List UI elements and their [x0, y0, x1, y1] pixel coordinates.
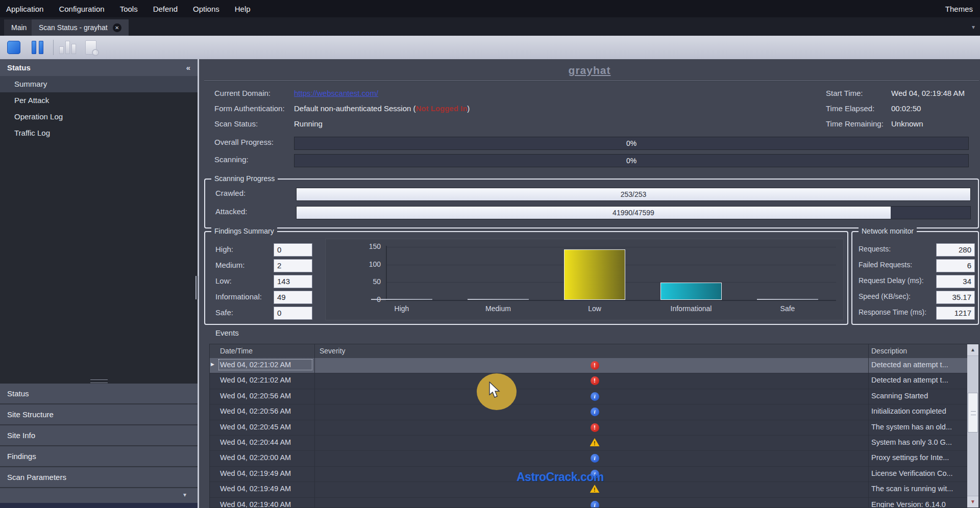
pause-button[interactable] — [28, 38, 47, 57]
sidebar-section-scan-parameters[interactable]: Scan Parameters — [0, 467, 198, 488]
menu-options[interactable]: Options — [193, 5, 219, 13]
events-scrollbar[interactable]: ▲ ▼ — [967, 344, 978, 507]
event-row[interactable]: Wed 04, 02:19:49 AM!The scan is running … — [210, 482, 978, 497]
bar-informational — [660, 283, 722, 300]
menu-application[interactable]: Application — [6, 5, 43, 13]
speed-kb-sec--field[interactable]: 35.17 — [936, 291, 975, 304]
bar-high — [371, 299, 432, 300]
event-row[interactable]: Wed 04, 02:20:00 AMiProxy settings for I… — [210, 451, 978, 466]
overall-progress-label: Overall Progress: — [214, 138, 274, 146]
event-severity-cell: ! — [590, 361, 600, 370]
sidebar-item-traffic-log[interactable]: Traffic Log — [0, 125, 198, 141]
failed-requests--field[interactable]: 6 — [936, 259, 975, 272]
form-auth-suffix: ) — [467, 104, 470, 113]
menu-themes[interactable]: Themes — [945, 5, 980, 13]
current-domain-url[interactable]: https://webscantest.com/ — [294, 89, 378, 97]
event-row[interactable]: Wed 04, 02:20:45 AM!The system has an ol… — [210, 420, 978, 436]
current-domain-link[interactable]: https://webscantest.com/ — [294, 89, 378, 97]
x-label-safe: Safe — [752, 304, 823, 313]
event-row[interactable]: Wed 04, 02:20:56 AMiScanning Started — [210, 389, 978, 404]
chevron-down-icon[interactable]: ▾ — [972, 23, 975, 31]
request-delay-ms--field[interactable]: 34 — [936, 275, 975, 288]
divider-grip[interactable] — [195, 276, 199, 299]
event-datetime: Wed 04, 02:19:49 AM — [220, 485, 311, 493]
tab-bar: Main Scan Status - grayhat ✕ ▾ — [0, 17, 980, 36]
sidebar-section-status[interactable]: Status — [0, 384, 198, 404]
low--count-field[interactable]: 143 — [274, 275, 312, 288]
sidebar-item-summary[interactable]: Summary — [0, 76, 198, 92]
requests--field[interactable]: 280 — [936, 243, 975, 257]
event-datetime: Wed 04, 02:20:44 AM — [220, 438, 311, 446]
event-row[interactable]: ▶Wed 04, 02:21:02 AM!Detected an attempt… — [210, 358, 978, 373]
form-auth-status: Not Logged In — [415, 104, 467, 113]
toolbar-separator — [53, 40, 54, 55]
sidebar-section-site-info[interactable]: Site Info — [0, 425, 198, 446]
event-severity-cell: i — [590, 500, 600, 508]
safe--count-field[interactable]: 0 — [274, 307, 312, 320]
scrollbar-thumb[interactable] — [968, 393, 978, 433]
menu-tools[interactable]: Tools — [120, 5, 138, 13]
scan-status-value: Running — [294, 119, 323, 128]
event-description: License Verification Co... — [871, 469, 966, 477]
tab-scan-status-label: Scan Status - grayhat — [39, 23, 108, 32]
sidebar-splitter[interactable] — [0, 377, 198, 384]
scanning-progress-text: 0% — [295, 155, 968, 167]
y-axis — [386, 246, 387, 301]
event-description: Initialization completed — [871, 407, 966, 415]
menu-configuration[interactable]: Configuration — [59, 5, 104, 13]
event-row[interactable]: Wed 04, 02:19:40 AMiEngine Version: 6.14… — [210, 498, 978, 508]
menu-defend[interactable]: Defend — [153, 5, 178, 13]
event-description: The scan is running wit... — [871, 485, 966, 493]
collapse-left-icon[interactable]: « — [186, 63, 190, 72]
event-row[interactable]: Wed 04, 02:21:02 AM!Detected an attempt … — [210, 373, 978, 389]
event-datetime: Wed 04, 02:20:45 AM — [220, 423, 311, 431]
event-datetime: Wed 04, 02:21:02 AM — [220, 361, 311, 369]
response-time-ms--field[interactable]: 1217 — [936, 307, 975, 320]
tab-main[interactable]: Main — [4, 19, 34, 36]
scanning-progress-group: Scanning Progress Crawled: 253/253 Attac… — [204, 179, 979, 228]
high--count-field[interactable]: 0 — [274, 243, 312, 257]
info-severity-icon: i — [591, 454, 599, 463]
response-time-ms--label: Response Time (ms): — [859, 308, 926, 316]
report-chart-button[interactable] — [58, 38, 77, 57]
scroll-up-icon[interactable]: ▲ — [967, 344, 978, 356]
sidebar-item-per-attack[interactable]: Per Attack — [0, 92, 198, 109]
form-auth-label: Form Authentication: — [214, 104, 285, 113]
column-divider[interactable] — [868, 344, 869, 507]
event-description: Scanning Started — [871, 392, 966, 400]
event-description: The system has an old... — [871, 423, 966, 431]
sidebar-section-findings[interactable]: Findings — [0, 446, 198, 467]
event-severity-cell: ! — [590, 376, 600, 385]
column-header-severity[interactable]: Severity — [320, 347, 346, 355]
tab-scan-status[interactable]: Scan Status - grayhat ✕ — [32, 19, 129, 36]
event-row[interactable]: Wed 04, 02:20:44 AM!System has only 3.0 … — [210, 436, 978, 451]
column-header-datetime[interactable]: Date/Time — [220, 347, 253, 355]
current-domain-label: Current Domain: — [214, 89, 271, 97]
speed-kb-sec--label: Speed (KB/sec): — [859, 292, 911, 300]
stop-button[interactable] — [4, 38, 23, 57]
crawled-progress: 253/253 — [296, 188, 971, 201]
overall-progress-text: 0% — [295, 137, 968, 149]
page-title: grayhat — [199, 64, 980, 77]
informational--count-field[interactable]: 49 — [274, 291, 312, 304]
column-divider[interactable] — [314, 344, 315, 507]
y-tick-100: 100 — [356, 260, 381, 268]
scan-summary-panel: grayhat Current Domain: https://webscant… — [199, 59, 980, 508]
title-divider — [204, 81, 979, 82]
sidebar-section-site-structure[interactable]: Site Structure — [0, 404, 198, 425]
report-preview-button[interactable] — [81, 38, 101, 57]
document-search-icon — [85, 40, 96, 55]
sidebar-more-bar[interactable]: ▾ — [0, 488, 198, 503]
menu-help[interactable]: Help — [235, 5, 251, 13]
scanning-progress-group-title: Scanning Progress — [211, 174, 278, 183]
events-table-header: Date/Time Severity Description — [210, 344, 978, 359]
bar-safe — [757, 299, 818, 300]
close-icon[interactable]: ✕ — [113, 23, 121, 32]
column-header-description[interactable]: Description — [871, 347, 907, 355]
event-row[interactable]: Wed 04, 02:20:56 AMiInitialization compl… — [210, 404, 978, 420]
event-severity-cell: ! — [590, 485, 600, 493]
sidebar-item-operation-log[interactable]: Operation Log — [0, 109, 198, 125]
event-description: Engine Version: 6.14.0 — [871, 500, 966, 508]
medium--count-field[interactable]: 2 — [274, 259, 312, 272]
scroll-down-icon[interactable]: ▼ — [967, 496, 978, 507]
